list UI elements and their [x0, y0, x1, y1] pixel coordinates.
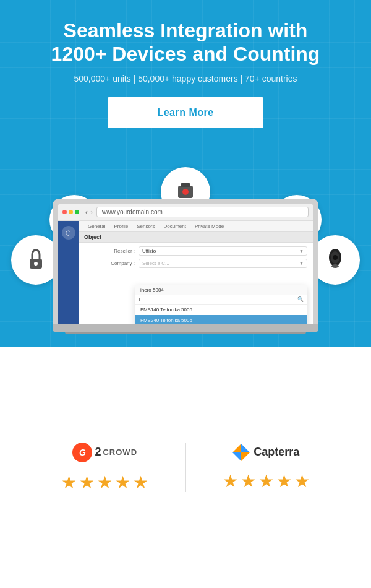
g2-stars: ★ ★ ★ ★ ★ [61, 472, 148, 493]
crowd-text: CROWD [103, 447, 137, 457]
devices-area: ‹ › www.yourdomain.com ⬡ [0, 167, 371, 328]
tab-profile[interactable]: Profile [110, 221, 132, 231]
g2-logo: G 2 CROWD [72, 443, 137, 462]
back-arrow[interactable]: ‹ [85, 208, 88, 217]
hero-title: Seamless Integration with 1200+ Devices … [51, 19, 320, 66]
capterra-star-2: ★ [241, 471, 256, 491]
dropdown-arrow-company: ▼ [299, 261, 304, 266]
svg-marker-30 [232, 444, 241, 452]
laptop-bottom-edge [65, 332, 306, 334]
hero-title-line2: 1200+ Devices and Counting [51, 43, 320, 65]
capterra-star-4: ★ [276, 471, 292, 491]
star-2: ★ [79, 472, 95, 493]
dropdown-search: 🔍 [135, 295, 307, 305]
browser-bar: ‹ › www.yourdomain.com [58, 204, 313, 221]
form-row-reseller: Reseller : Uffizio ▼ [85, 246, 307, 256]
browser-content: ⬡ General Profile Sensors Document [58, 221, 313, 324]
capterra-star-5: ★ [294, 471, 310, 491]
hero-subtitle: 500,000+ units | 50,000+ happy customers… [74, 74, 297, 84]
hero-title-line1: Seamless Integration with [64, 19, 308, 41]
dropdown-item-1[interactable]: FMB240 Teltonika 5005 [135, 315, 307, 324]
label-company: Company : [85, 261, 135, 266]
forward-arrow[interactable]: › [90, 208, 93, 217]
browser-main: General Profile Sensors Document Private… [79, 221, 313, 324]
capterra-stars: ★ ★ ★ ★ ★ [223, 471, 310, 491]
dropdown-item-0[interactable]: FMB140 Teltonika 5005 [135, 305, 307, 315]
input-company[interactable]: Select a C... ▼ [139, 259, 307, 268]
laptop-screen: ‹ › www.yourdomain.com ⬡ [58, 204, 313, 324]
star-5: ★ [133, 472, 148, 493]
dot-red [62, 210, 67, 214]
svg-rect-25 [35, 264, 36, 266]
svg-point-29 [331, 264, 339, 268]
star-1: ★ [61, 472, 77, 493]
dropdown-search-input[interactable] [139, 296, 295, 302]
svg-point-12 [182, 189, 189, 195]
dot-yellow [69, 210, 73, 214]
label-reseller: Reseller : [85, 248, 135, 254]
svg-marker-33 [241, 452, 250, 461]
capterra-text: Capterra [254, 446, 299, 459]
svg-rect-11 [181, 183, 190, 187]
dropdown-inero: inero 5004 [135, 285, 307, 295]
capterra-icon [232, 444, 250, 461]
svg-point-28 [333, 255, 338, 260]
tab-sensors[interactable]: Sensors [133, 221, 158, 231]
shield-icon: ⬡ [66, 230, 71, 236]
sidebar-shield: ⬡ [62, 226, 75, 240]
browser-sidebar: ⬡ [58, 221, 79, 324]
tab-bar: General Profile Sensors Document Private… [79, 221, 313, 232]
learn-more-button[interactable]: Learn More [108, 97, 263, 128]
tab-document[interactable]: Document [160, 221, 190, 231]
search-icon: 🔍 [297, 296, 304, 302]
browser-nav: ‹ › [85, 208, 93, 217]
g2-letter: G [79, 447, 86, 457]
star-3: ★ [97, 472, 113, 493]
g2-badge: G [72, 443, 92, 462]
hero-section: Seamless Integration with 1200+ Devices … [0, 0, 371, 347]
laptop-outer: ‹ › www.yourdomain.com ⬡ [53, 199, 318, 324]
laptop: ‹ › www.yourdomain.com ⬡ [53, 199, 318, 334]
g2-brand: 2 [95, 446, 100, 459]
browser-dots [62, 210, 79, 214]
dot-green [75, 210, 79, 214]
capterra-logo: Capterra [232, 444, 299, 461]
input-reseller[interactable]: Uffizio ▼ [139, 246, 307, 256]
capterra-star-1: ★ [223, 471, 238, 491]
reviews-section: G 2 CROWD ★ ★ ★ ★ ★ Capterra ★ [0, 347, 371, 588]
object-label: Object [79, 232, 313, 243]
star-4: ★ [115, 472, 130, 493]
tab-private-mode[interactable]: Private Mode [191, 221, 228, 231]
svg-marker-32 [232, 452, 241, 461]
g2-review-block: G 2 CROWD ★ ★ ★ ★ ★ [25, 430, 186, 505]
laptop-base [53, 324, 318, 332]
dropdown-overlay: inero 5004 🔍 FMB140 Teltonika 5005 FMB24… [135, 285, 307, 324]
capterra-review-block: Capterra ★ ★ ★ ★ ★ [186, 431, 347, 504]
svg-marker-31 [241, 444, 250, 452]
url-bar[interactable]: www.yourdomain.com [96, 207, 309, 217]
tab-general[interactable]: General [84, 221, 109, 231]
form-area: Reseller : Uffizio ▼ Company : [79, 243, 313, 275]
capterra-star-3: ★ [258, 471, 274, 491]
form-row-company: Company : Select a C... ▼ [85, 259, 307, 268]
dropdown-arrow-reseller: ▼ [299, 249, 304, 253]
